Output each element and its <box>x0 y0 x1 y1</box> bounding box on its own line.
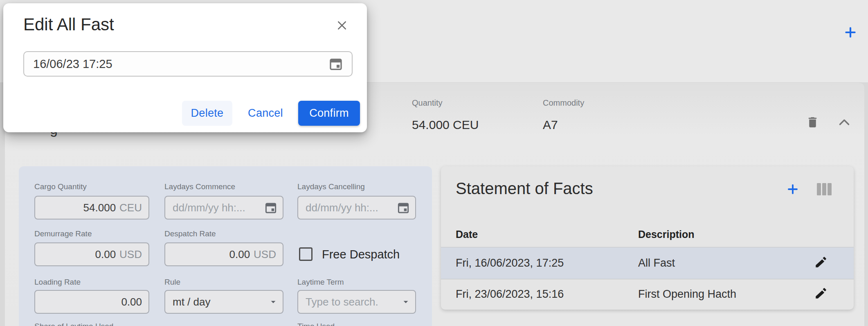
dialog-title: Edit All Fast <box>23 15 114 34</box>
cargo-quantity-input[interactable]: 54.000 CEU <box>34 196 149 220</box>
quantity-label: Quantity <box>412 98 442 108</box>
commodity-label: Commodity <box>543 98 584 108</box>
statement-of-facts-title: Statement of Facts <box>456 179 593 198</box>
sof-row-description: First Opening Hacth <box>638 288 736 301</box>
laydays-cancelling-label: Laydays Cancelling <box>297 182 365 191</box>
rule-label: Rule <box>164 278 180 287</box>
columns-icon <box>817 183 832 196</box>
plus-icon <box>787 183 799 195</box>
trash-icon <box>806 115 819 129</box>
dropdown-caret-icon <box>268 297 279 307</box>
cargo-quantity-value: 54.000 <box>83 201 116 214</box>
chevron-up-icon <box>839 118 850 126</box>
add-button[interactable] <box>841 23 859 41</box>
laydays-commence-label: Laydays Commence <box>164 182 235 191</box>
calendar-icon[interactable] <box>328 56 344 72</box>
datetime-value: 16/06/23 17:25 <box>33 57 328 71</box>
laytime-term-placeholder: Type to search. <box>306 296 400 308</box>
confirm-button[interactable]: Confirm <box>298 101 360 126</box>
calendar-icon[interactable] <box>396 201 410 215</box>
despatch-rate-label: Despatch Rate <box>164 229 216 238</box>
sof-row-date: Fri, 23/06/2023, 15:16 <box>456 288 564 301</box>
despatch-rate-unit: USD <box>254 248 276 261</box>
datetime-input[interactable]: 16/06/23 17:25 <box>23 51 353 77</box>
pencil-icon <box>814 255 828 269</box>
laytime-term-label: Laytime Term <box>297 278 344 287</box>
cargo-quantity-unit: CEU <box>119 201 142 214</box>
delete-cargo-button[interactable] <box>803 113 822 131</box>
close-icon <box>336 19 348 32</box>
laydays-cancelling-placeholder: dd/mm/yy hh:... <box>306 201 396 214</box>
sof-row-divider <box>441 279 854 279</box>
loading-rate-input[interactable]: 0.00 <box>34 290 149 314</box>
sof-column-date: Date <box>456 229 478 240</box>
time-used-label: Time Used <box>297 322 335 326</box>
cancel-button[interactable]: Cancel <box>248 101 283 126</box>
despatch-rate-value: 0.00 <box>229 248 250 261</box>
demurrage-rate-value: 0.00 <box>95 248 116 261</box>
sof-row-description: All Fast <box>638 257 675 269</box>
cargo-quantity-label: Cargo Quantity <box>34 182 87 191</box>
loading-rate-label: Loading Rate <box>34 278 81 287</box>
collapse-cargo-button[interactable] <box>835 113 854 131</box>
plus-icon <box>844 26 857 39</box>
quantity-value: 54.000 CEU <box>412 118 479 132</box>
sof-column-description: Description <box>638 229 695 240</box>
pencil-icon <box>814 286 828 300</box>
laydays-commence-placeholder: dd/mm/yy hh:... <box>173 201 264 214</box>
page: g Quantity 54.000 CEU Commodity A7 Cargo… <box>0 0 868 326</box>
commodity-value: A7 <box>543 118 558 132</box>
sof-add-button[interactable] <box>784 180 802 198</box>
sof-edit-row-button[interactable] <box>812 284 830 303</box>
share-of-laytime-used-label: Share of Laytime Used <box>34 322 113 326</box>
free-despatch-label: Free Despatch <box>322 248 400 261</box>
close-button[interactable] <box>332 16 352 35</box>
dropdown-caret-icon <box>400 297 411 307</box>
delete-button[interactable]: Delete <box>182 101 232 126</box>
loading-rate-value: 0.00 <box>121 296 142 308</box>
sof-header-divider <box>441 247 854 247</box>
sof-edit-row-button[interactable] <box>812 253 830 272</box>
demurrage-rate-unit: USD <box>119 248 142 261</box>
laydays-cancelling-input[interactable]: dd/mm/yy hh:... <box>297 196 416 220</box>
calendar-icon[interactable] <box>264 201 278 215</box>
despatch-rate-input[interactable]: 0.00 USD <box>164 242 283 266</box>
rule-select[interactable]: mt / day <box>164 290 283 314</box>
demurrage-rate-label: Demurrage Rate <box>34 229 92 238</box>
sof-columns-button[interactable] <box>815 180 833 198</box>
laydays-commence-input[interactable]: dd/mm/yy hh:... <box>164 196 283 220</box>
demurrage-rate-input[interactable]: 0.00 USD <box>34 242 149 266</box>
sof-row-date: Fri, 16/06/2023, 17:25 <box>456 257 564 269</box>
laytime-term-select[interactable]: Type to search. <box>297 290 416 314</box>
free-despatch-checkbox[interactable] <box>299 247 313 261</box>
rule-value: mt / day <box>173 296 268 308</box>
